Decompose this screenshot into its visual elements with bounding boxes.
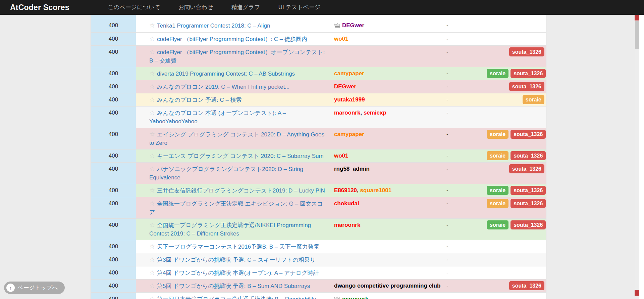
problem-link[interactable]: みんなのプロコン 2019: C – When I hit my pocket.… — [157, 84, 289, 90]
writer-link[interactable]: yutaka1999 — [334, 96, 365, 103]
star-icon[interactable]: ☆ — [149, 35, 155, 43]
writer-link[interactable]: wo01 — [334, 153, 348, 159]
star-icon[interactable]: ☆ — [149, 186, 155, 195]
star-icon[interactable]: ☆ — [149, 295, 155, 299]
writer-cell: dwango competitive programming club — [329, 280, 444, 292]
problem-link[interactable]: みんなのプロコン 予選: C – 検索 — [157, 97, 242, 103]
badge-cell: soraiesouta_1326 — [487, 197, 547, 218]
user-badge: soraie — [487, 199, 508, 208]
dash-cell: - — [444, 128, 487, 149]
problem-link[interactable]: 全国統一プログラミング王決定戦 エキシビジョン: G – 回文スコア — [149, 201, 323, 215]
badge-cell — [487, 266, 546, 279]
writer-cell: chokudai — [329, 197, 444, 218]
user-badge: souta_1326 — [511, 186, 546, 195]
star-icon[interactable]: ☆ — [149, 69, 155, 78]
page-top-button[interactable]: ↑ ページトップへ — [4, 282, 65, 294]
writer-link[interactable]: maroonrk — [342, 296, 368, 299]
scrollbar-down-arrow[interactable] — [635, 290, 639, 296]
problem-link[interactable]: codeFlyer （bitFlyer Programming Contest）… — [149, 49, 325, 64]
writer-link[interactable]: maroonrk — [334, 222, 360, 228]
writer-link[interactable]: square1001 — [360, 187, 392, 194]
star-icon[interactable]: ☆ — [149, 21, 155, 30]
star-icon[interactable]: ☆ — [149, 242, 155, 251]
writer-link[interactable]: wo01 — [334, 36, 348, 42]
writer-cell: DEGwer — [329, 19, 444, 32]
problem-cell: ☆みんなのプロコン 本選 (オープンコンテスト): A – YahooYahoo… — [136, 106, 329, 128]
problem-cell: ☆codeFlyer （bitFlyer Programming Contest… — [136, 33, 329, 45]
problem-cell: ☆三井住友信託銀行プログラミングコンテスト2019: D – Lucky PIN — [136, 184, 329, 197]
table-row: 400☆codeFlyer （bitFlyer Programming Cont… — [91, 46, 546, 67]
score-cell: 400 — [91, 46, 136, 67]
writer-link[interactable]: maroonrk — [334, 110, 360, 116]
problem-link[interactable]: パナソニックプログラミングコンテスト2020: D – String Equiv… — [149, 166, 303, 181]
star-icon[interactable]: ☆ — [149, 282, 155, 290]
problem-cell: ☆codeFlyer （bitFlyer Programming Contest… — [136, 46, 329, 67]
problem-link[interactable]: キーエンス プログラミング コンテスト 2020: C – Subarray S… — [157, 153, 324, 159]
dash-cell: - — [444, 197, 487, 218]
problem-link[interactable]: 全国統一プログラミング王決定戦予選/NIKKEI Programming Con… — [149, 222, 311, 237]
star-icon[interactable]: ☆ — [149, 130, 155, 138]
problem-link[interactable]: Tenka1 Programmer Contest 2018: C – Alig… — [157, 23, 270, 29]
table-body: 400☆Tenka1 Programmer Contest 2018: C – … — [91, 19, 546, 299]
star-icon[interactable]: ☆ — [149, 95, 155, 104]
badge-cell: souta_1326 — [487, 46, 546, 67]
user-badge: soraie — [487, 186, 508, 195]
writer-link[interactable]: camypaper — [334, 70, 364, 77]
score-cell: 400 — [91, 219, 136, 240]
star-icon[interactable]: ☆ — [149, 255, 155, 264]
problem-cell: ☆全国統一プログラミング王決定戦予選/NIKKEI Programming Co… — [136, 219, 329, 240]
writer-link[interactable]: chokudai — [334, 200, 359, 207]
star-icon[interactable]: ☆ — [149, 48, 155, 56]
star-icon[interactable]: ☆ — [149, 165, 155, 173]
nav-item-3[interactable]: UI テストページ — [269, 0, 330, 15]
writer-cell: yutaka1999 — [329, 93, 444, 106]
star-icon[interactable]: ☆ — [149, 109, 155, 117]
problem-link[interactable]: 三井住友信託銀行プログラミングコンテスト2019: D – Lucky PIN — [157, 187, 325, 194]
table-row: 400☆第5回 ドワンゴからの挑戦状 予選: B – Sum AND Subar… — [91, 280, 546, 293]
score-cell: 400 — [91, 266, 136, 279]
problem-link[interactable]: エイシング プログラミング コンテスト 2020: D – Anything G… — [149, 131, 324, 146]
brand-link[interactable]: AtCoder Scores — [0, 3, 79, 12]
table-row: 400☆三井住友信託銀行プログラミングコンテスト2019: D – Lucky … — [91, 184, 546, 197]
problem-cell: ☆パナソニックプログラミングコンテスト2020: D – String Equi… — [136, 163, 329, 184]
user-badge: souta_1326 — [511, 151, 546, 160]
badge-cell — [487, 106, 546, 128]
writer-link[interactable]: DEGwer — [334, 83, 356, 90]
writer-link[interactable]: rng58_admin — [334, 166, 370, 172]
dash-cell: - — [444, 219, 487, 240]
score-cell: 400 — [91, 150, 136, 162]
problem-link[interactable]: みんなのプロコン 本選 (オープンコンテスト): A – YahooYahooY… — [149, 110, 286, 125]
writer-link[interactable]: E869120 — [334, 187, 357, 194]
problem-link[interactable]: 第3回 ドワンゴからの挑戦状 予選: C – スキーリフトの相乗り — [157, 257, 316, 263]
writer-link[interactable]: dwango competitive programming club — [334, 283, 440, 289]
badge-cell: soraie — [487, 93, 546, 106]
scrollbar-thumb[interactable] — [635, 21, 639, 49]
table-row: 400☆キーエンス プログラミング コンテスト 2020: C – Subarr… — [91, 150, 546, 163]
writer-link[interactable]: semiexp — [364, 110, 386, 116]
writer-link[interactable]: camypaper — [334, 131, 364, 137]
table-row: 400☆天下一プログラマーコンテスト2016予選B: B – 天下一魔力発電- — [91, 240, 546, 253]
writer-cell: maroonrk — [329, 293, 444, 299]
problem-link[interactable]: 第5回 ドワンゴからの挑戦状 予選: B – Sum AND Subarrays — [157, 283, 310, 289]
problem-link[interactable]: 第一回日本最強プログラマー学生選手権決勝: B – Reachability — [157, 296, 316, 299]
problem-link[interactable]: codeFlyer （bitFlyer Programming Contest）… — [157, 36, 307, 42]
writer-link[interactable]: DEGwer — [342, 22, 364, 29]
star-icon[interactable]: ☆ — [149, 82, 155, 91]
score-cell: 400 — [91, 93, 136, 106]
star-icon[interactable]: ☆ — [149, 152, 155, 160]
star-icon[interactable]: ☆ — [149, 268, 155, 277]
problem-link[interactable]: 天下一プログラマーコンテスト2016予選B: B – 天下一魔力発電 — [157, 244, 319, 250]
problem-link[interactable]: 第4回 ドワンゴからの挑戦状 本選(オープン): A – アナログ時計 — [157, 270, 319, 276]
star-icon[interactable]: ☆ — [149, 221, 155, 229]
nav-item-2[interactable]: 精進グラフ — [222, 0, 269, 15]
nav-item-1[interactable]: お問い合わせ — [169, 0, 222, 15]
dash-cell: - — [444, 293, 487, 299]
user-badge: souta_1326 — [511, 220, 546, 229]
problem-cell: ☆天下一プログラマーコンテスト2016予選B: B – 天下一魔力発電 — [136, 240, 329, 253]
scrollbar[interactable] — [635, 15, 639, 299]
problem-link[interactable]: diverta 2019 Programming Contest: C – AB… — [157, 71, 295, 77]
scrollbar-up-arrow[interactable] — [635, 15, 639, 20]
nav-item-0[interactable]: このページについて — [99, 0, 169, 15]
problem-cell: ☆diverta 2019 Programming Contest: C – A… — [136, 67, 329, 80]
star-icon[interactable]: ☆ — [149, 199, 155, 208]
